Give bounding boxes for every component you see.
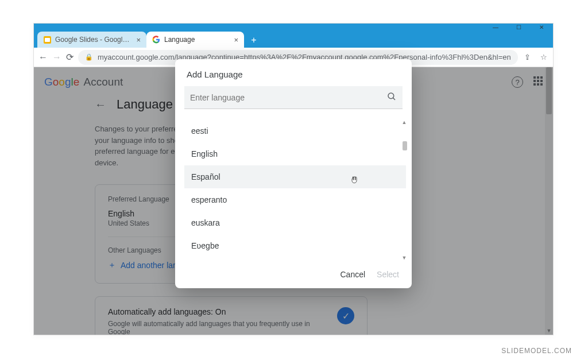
language-option[interactable]: euskara: [184, 211, 406, 234]
toolbar-right: ⇪ ☆ ✦ ▭ ⋮: [523, 53, 554, 61]
tab-close-icon[interactable]: ×: [234, 36, 238, 44]
search-icon[interactable]: [386, 91, 397, 104]
slides-favicon-icon: [43, 36, 51, 44]
add-language-dialog: Add Language eestiEnglishEspañolesperant…: [175, 59, 412, 288]
language-option[interactable]: Eʋegbe: [184, 234, 406, 257]
tab-title: Google Slides - Google Slides: [55, 36, 132, 44]
svg-point-0: [388, 93, 394, 99]
maximize-button[interactable]: ☐: [507, 24, 530, 30]
tab-language[interactable]: Language ×: [146, 32, 244, 48]
tab-google-slides[interactable]: Google Slides - Google Slides ×: [37, 32, 146, 48]
window-titlebar: — ☐ ✕: [34, 24, 553, 30]
watermark: SLIDEMODEL.COM: [501, 347, 572, 355]
language-option[interactable]: Español: [184, 165, 406, 188]
list-scrollbar[interactable]: ▲ ▼: [401, 119, 407, 261]
new-tab-button[interactable]: +: [246, 33, 261, 48]
close-window-button[interactable]: ✕: [530, 24, 553, 30]
back-button[interactable]: ←: [38, 51, 48, 64]
cancel-button[interactable]: Cancel: [340, 270, 365, 279]
language-list: eestiEnglishEspañolesperantoeuskaraEʋegb…: [184, 119, 406, 261]
tab-close-icon[interactable]: ×: [136, 36, 141, 44]
reload-button[interactable]: ⟳: [66, 51, 74, 64]
dialog-actions: Cancel Select: [175, 264, 412, 280]
language-option[interactable]: eesti: [184, 119, 406, 142]
window-controls: — ☐ ✕: [484, 24, 553, 30]
star-icon[interactable]: ☆: [539, 53, 549, 61]
browser-window: — ☐ ✕ Google Slides - Google Slides × La…: [33, 23, 554, 335]
language-search-input[interactable]: [190, 93, 386, 102]
tab-title: Language: [164, 36, 230, 44]
dialog-title: Add Language: [175, 59, 412, 86]
share-icon[interactable]: ⇪: [523, 53, 533, 61]
list-scroll-up-icon[interactable]: ▲: [401, 119, 407, 125]
language-option[interactable]: English: [184, 142, 406, 165]
minimize-button[interactable]: —: [484, 24, 507, 30]
svg-line-1: [393, 98, 395, 100]
list-scroll-down-icon[interactable]: ▼: [401, 255, 407, 261]
list-scrollbar-thumb[interactable]: [403, 141, 407, 150]
select-button: Select: [377, 270, 399, 279]
lock-icon: 🔒: [85, 53, 93, 61]
google-favicon-icon: [152, 36, 160, 44]
language-option[interactable]: esperanto: [184, 188, 406, 211]
language-search-row: [184, 86, 403, 109]
forward-button[interactable]: →: [52, 51, 61, 64]
tab-strip: Google Slides - Google Slides × Language…: [34, 30, 553, 48]
